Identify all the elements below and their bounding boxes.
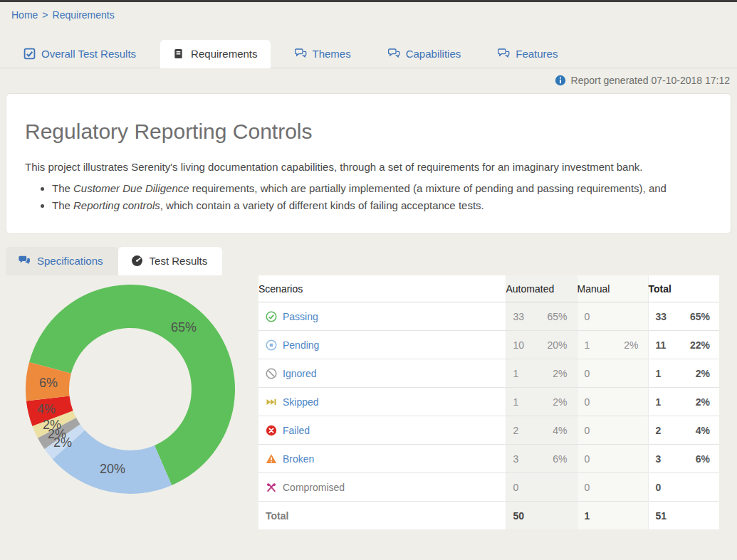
tab-label: Overall Test Results xyxy=(41,48,136,60)
scenario-label-pending[interactable]: Pending xyxy=(283,339,319,351)
column-header-scenarios: Scenarios xyxy=(258,275,506,302)
total-percent: 2% xyxy=(682,388,719,416)
donut-label-pending-automated: 20% xyxy=(100,462,125,477)
manual-percent xyxy=(611,416,648,445)
checkbox-checked-icon xyxy=(23,48,36,60)
total-percent xyxy=(682,502,719,530)
total-count: 3 xyxy=(648,445,682,473)
gauge-icon xyxy=(131,255,143,267)
tab-overall-test-results[interactable]: Overall Test Results xyxy=(11,40,149,68)
compromised-icon xyxy=(266,482,277,493)
project-description: This project illustrates Serenity's livi… xyxy=(25,161,714,173)
manual-count: 0 xyxy=(577,473,611,502)
automated-percent: 2% xyxy=(540,359,577,388)
scenario-label-total: Total xyxy=(266,510,288,522)
total-count: 0 xyxy=(648,473,682,502)
total-percent: 2% xyxy=(682,359,719,388)
manual-percent: 2% xyxy=(611,331,648,359)
project-bullet-2: The Reporting controls, which contain a … xyxy=(52,199,714,211)
subtab-test-results[interactable]: Test Results xyxy=(118,247,223,275)
donut-label-failed: 4% xyxy=(37,402,56,417)
manual-count: 0 xyxy=(577,302,611,331)
report-generated-text: Report generated 07-10-2018 17:12 xyxy=(571,75,730,86)
manual-count: 1 xyxy=(577,502,611,530)
broken-icon xyxy=(266,453,277,465)
column-header-manual: Manual xyxy=(577,275,648,302)
results-table-body: Passing3365%03365%Pending1020%12%1122%Ig… xyxy=(258,302,719,530)
tab-requirements[interactable]: Requirements xyxy=(160,40,270,68)
scenario-label-skipped[interactable]: Skipped xyxy=(283,396,319,408)
scenario-label-broken[interactable]: Broken xyxy=(283,453,314,465)
manual-percent xyxy=(611,388,648,416)
column-header-automated: Automated xyxy=(506,275,577,302)
breadcrumb-link-home[interactable]: Home xyxy=(11,9,38,21)
speech-bubbles-icon xyxy=(388,48,400,60)
column-header-total: Total xyxy=(648,275,719,302)
automated-percent: 2% xyxy=(540,388,577,416)
automated-count: 1 xyxy=(506,388,540,416)
automated-count: 3 xyxy=(506,445,540,473)
main-tab-bar: Overall Test ResultsRequirementsThemesCa… xyxy=(0,40,737,68)
project-bullet-1: The Customer Due Diligence requirements,… xyxy=(52,182,714,194)
subtab-label: Test Results xyxy=(150,255,208,267)
tab-themes[interactable]: Themes xyxy=(282,40,364,68)
results-table: Scenarios Automated Manual Total Passing… xyxy=(258,275,719,529)
table-row-failed: Failed24%024% xyxy=(258,416,719,445)
automated-count: 1 xyxy=(506,359,540,388)
report-generated-line: Report generated 07-10-2018 17:12 xyxy=(0,68,737,86)
automated-percent: 20% xyxy=(540,331,577,359)
ignored-icon xyxy=(266,368,277,379)
automated-count: 50 xyxy=(506,502,540,530)
table-row-ignored: Ignored12%012% xyxy=(258,359,719,388)
failed-icon xyxy=(266,425,277,436)
subtab-specifications[interactable]: Specifications xyxy=(6,247,118,275)
manual-count: 0 xyxy=(577,445,611,473)
tab-capabilities[interactable]: Capabilities xyxy=(375,40,474,68)
table-row-broken: Broken36%036% xyxy=(258,445,719,473)
automated-count: 0 xyxy=(506,473,540,502)
test-results-content: 65%20%2%2%2%4%6% Scenarios Automated Man… xyxy=(0,275,737,529)
manual-percent xyxy=(611,502,648,530)
automated-percent xyxy=(540,502,577,530)
manual-count: 0 xyxy=(577,388,611,416)
tab-label: Features xyxy=(516,48,558,60)
speech-bubbles-icon xyxy=(295,48,307,60)
total-percent: 4% xyxy=(682,416,719,445)
speech-bubbles-filled-icon xyxy=(19,255,31,267)
manual-percent xyxy=(611,473,648,502)
automated-count: 2 xyxy=(506,416,540,445)
total-count: 2 xyxy=(648,416,682,445)
total-count: 1 xyxy=(648,359,682,388)
book-icon xyxy=(173,48,185,60)
scenario-label-ignored[interactable]: Ignored xyxy=(283,368,316,379)
breadcrumb-link-requirements[interactable]: Requirements xyxy=(53,9,115,21)
passing-icon xyxy=(266,311,277,322)
manual-count: 0 xyxy=(577,416,611,445)
donut-label-skipped: 2% xyxy=(43,418,61,433)
scenario-label-compromised: Compromised xyxy=(283,482,345,493)
scenario-label-failed[interactable]: Failed xyxy=(283,425,310,436)
speech-bubbles-icon xyxy=(498,48,510,60)
table-header-row: Scenarios Automated Manual Total xyxy=(258,275,719,302)
automated-count: 33 xyxy=(506,302,540,331)
donut-label-broken: 6% xyxy=(39,376,58,391)
scenario-label-passing[interactable]: Passing xyxy=(283,311,318,322)
total-count: 1 xyxy=(648,388,682,416)
total-percent: 22% xyxy=(682,331,719,359)
breadcrumb: Home>Requirements xyxy=(0,2,737,21)
total-count: 51 xyxy=(648,502,682,530)
skipped-icon xyxy=(266,396,277,408)
donut-label-passing: 65% xyxy=(171,320,197,335)
total-count: 11 xyxy=(648,331,682,359)
breadcrumb-separator: > xyxy=(42,9,48,21)
table-row-pending: Pending1020%12%1122% xyxy=(258,331,719,359)
pending-icon xyxy=(266,339,277,351)
manual-count: 0 xyxy=(577,359,611,388)
total-percent xyxy=(682,473,719,502)
total-count: 33 xyxy=(648,302,682,331)
info-icon xyxy=(555,75,566,86)
automated-percent xyxy=(540,473,577,502)
tab-features[interactable]: Features xyxy=(485,40,570,68)
tab-label: Capabilities xyxy=(406,48,461,60)
table-row-total: Total50151 xyxy=(258,502,719,530)
